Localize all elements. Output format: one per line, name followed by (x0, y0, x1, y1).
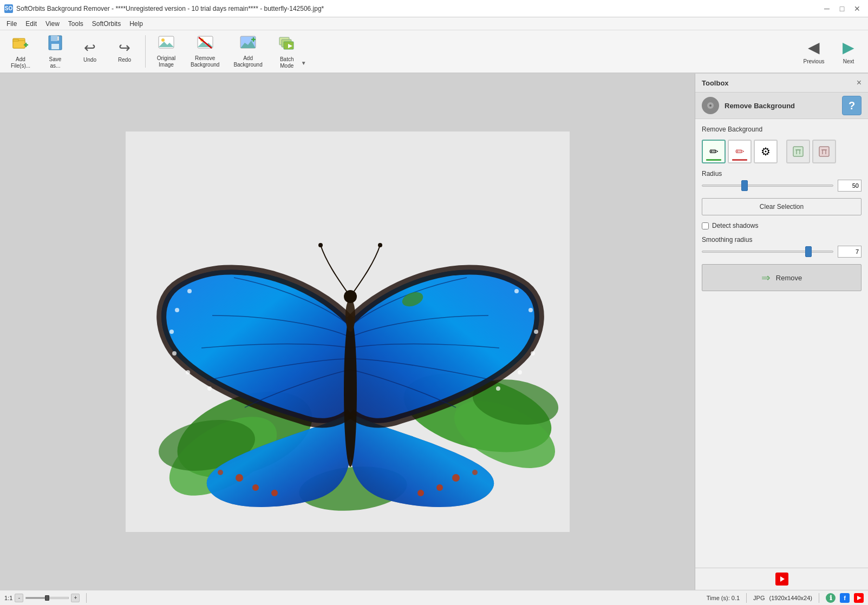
info-button[interactable]: ℹ (826, 593, 836, 603)
red-underline (732, 159, 747, 161)
toolbox-section-title: Remove Background (725, 102, 795, 110)
toolbox-header: Toolbox × (695, 74, 868, 93)
zoom-thumb[interactable] (45, 595, 49, 601)
batch-mode-button[interactable]: BatchMode (271, 33, 303, 70)
svg-rect-1 (13, 41, 25, 48)
svg-rect-6 (51, 36, 57, 41)
zoom-out-button[interactable]: - (15, 594, 23, 602)
brush-tools-group: ✏ ✏ ⚙ (702, 140, 862, 163)
status-sep-1 (86, 593, 87, 603)
remove-background-label: RemoveBackground (191, 55, 219, 68)
smoothing-value-input[interactable] (838, 246, 862, 258)
keep-brush-button[interactable]: ✏ (702, 140, 726, 163)
image-canvas[interactable] (126, 131, 570, 532)
previous-button[interactable]: ◀ Previous (799, 33, 829, 70)
smoothing-slider-container (702, 246, 833, 257)
next-button[interactable]: ▶ Next (833, 33, 864, 70)
svg-point-33 (175, 308, 179, 312)
toolbox-spacer (695, 298, 868, 568)
remove-background-section-icon (702, 97, 719, 114)
save-as-button[interactable]: Saveas... (39, 33, 71, 70)
auto-brush-button[interactable]: ⚙ (754, 140, 778, 163)
svg-rect-7 (51, 44, 59, 49)
smoothing-slider-thumb[interactable] (805, 246, 812, 257)
svg-point-53 (345, 299, 355, 332)
svg-point-46 (271, 490, 278, 496)
menu-view[interactable]: View (41, 19, 64, 29)
status-sep-3 (819, 593, 819, 603)
close-button[interactable]: ✕ (851, 3, 864, 14)
original-image-icon (158, 35, 175, 53)
toolbar: AddFile(s)... Saveas... ↩ Undo ↪ Redo (0, 30, 868, 74)
menu-help[interactable]: Help (125, 19, 147, 29)
add-files-icon (12, 34, 29, 54)
menu-tools[interactable]: Tools (64, 19, 88, 29)
add-files-button[interactable]: AddFile(s)... (4, 33, 37, 70)
help-button[interactable]: ? (842, 96, 862, 115)
canvas-area[interactable] (0, 74, 695, 590)
remove-button[interactable]: ⇒ Remove (702, 264, 862, 291)
erase-keep-button[interactable] (786, 140, 810, 163)
zoom-in-button[interactable]: + (71, 594, 80, 602)
remove-background-section-label: Remove Background (702, 126, 862, 133)
svg-point-38 (514, 289, 519, 293)
svg-marker-66 (857, 596, 862, 600)
remove-brush-button[interactable]: ✏ (728, 140, 752, 163)
menu-softorbits[interactable]: SoftOrbits (88, 19, 125, 29)
svg-point-51 (472, 470, 478, 475)
svg-point-50 (417, 490, 424, 496)
radius-label: Radius (702, 170, 862, 177)
svg-rect-63 (819, 147, 829, 156)
undo-button[interactable]: ↩ Undo (74, 33, 106, 70)
window-controls: ─ □ ✕ (820, 3, 864, 14)
toolbar-nav: ◀ Previous ▶ Next (799, 33, 864, 70)
radius-value-input[interactable] (838, 180, 862, 192)
maximize-button[interactable]: □ (836, 3, 849, 14)
radius-slider-track (702, 185, 833, 187)
time-label: Time (s): 0.1 (707, 595, 740, 601)
detect-shadows-checkbox[interactable] (702, 222, 709, 229)
menu-edit[interactable]: Edit (21, 19, 41, 29)
toolbar-dropdown-arrow[interactable]: ▼ (301, 60, 306, 66)
zoom-control: 1:1 - + (4, 594, 80, 602)
erase-keep-icon (792, 146, 804, 157)
toolbox-title: Toolbox (702, 79, 729, 87)
original-image-button[interactable]: OriginalImage (150, 33, 182, 70)
svg-rect-8 (57, 36, 59, 41)
add-background-icon (239, 35, 257, 53)
toolbar-sep-1 (145, 35, 146, 68)
redo-label: Redo (118, 57, 131, 63)
svg-point-52 (344, 315, 357, 467)
radius-slider-container (702, 180, 833, 191)
facebook-button[interactable]: f (840, 593, 850, 603)
redo-button[interactable]: ↪ Redo (108, 33, 141, 70)
keep-brush-icon: ✏ (709, 145, 719, 158)
title-bar: SO SoftOrbits Background Remover - ****U… (0, 0, 868, 17)
zoom-slider[interactable] (25, 597, 69, 599)
toolbox-social (695, 568, 868, 590)
status-right: Time (s): 0.1 JPG (1920x1440x24) ℹ f (707, 593, 864, 603)
svg-marker-65 (780, 576, 785, 582)
clear-selection-button[interactable]: Clear Selection (702, 198, 862, 215)
window-title: SoftOrbits Background Remover - ****Unre… (16, 5, 820, 12)
youtube-icon-toolbox[interactable] (775, 573, 788, 586)
add-background-button[interactable]: AddBackground (227, 33, 268, 70)
save-as-icon (47, 34, 64, 54)
youtube-button[interactable] (854, 593, 864, 603)
radius-slider-thumb[interactable] (741, 180, 748, 191)
menu-file[interactable]: File (2, 19, 21, 29)
remove-background-icon (197, 35, 214, 53)
green-underline (706, 159, 721, 161)
previous-label: Previous (804, 58, 825, 64)
original-image-label: OriginalImage (157, 55, 175, 68)
toolbox-section-header: Remove Background ? (695, 93, 868, 119)
smoothing-radius-row (702, 246, 862, 258)
remove-background-button[interactable]: RemoveBackground (185, 33, 225, 70)
svg-rect-61 (793, 147, 803, 156)
zoom-level: 1:1 (4, 595, 12, 601)
main-area: Toolbox × Remove Background ? Remove Bac… (0, 74, 868, 590)
minimize-button[interactable]: ─ (820, 3, 833, 14)
toolbox-content: Remove Background ✏ ✏ ⚙ (695, 119, 868, 298)
erase-remove-button[interactable] (812, 140, 836, 163)
toolbox-close-button[interactable]: × (857, 78, 862, 88)
